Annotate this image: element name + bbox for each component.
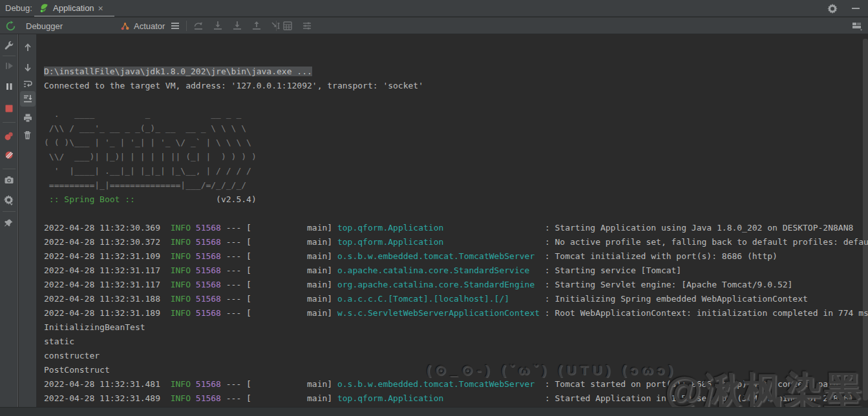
console-line: 2022-04-28 11:32:31.117 INFO 51568 --- [… — [44, 278, 868, 292]
console-line: D:\installFile\java\jdk1.8.0_202\jre\bin… — [44, 65, 868, 79]
console-line: =========|_|==============|___/=/_/_/_/ — [44, 178, 868, 192]
debug-actions-toolbar — [0, 34, 18, 407]
settings-sliders-icon[interactable] — [300, 19, 314, 33]
step-out-icon[interactable] — [249, 19, 264, 33]
console-line: ' |____| .__|_| |_|_| |_\__, | / / / / — [44, 164, 868, 178]
step-into-icon[interactable] — [211, 19, 225, 33]
vertical-scrollbar-thumb[interactable] — [863, 39, 868, 400]
force-step-into-icon[interactable] — [230, 19, 244, 33]
console-line: InitializingBeanTest — [44, 320, 868, 335]
debug-window-titlebar: Debug: Application × — [0, 0, 868, 17]
toolbar-separator — [186, 21, 187, 31]
settings-gear-icon[interactable] — [825, 1, 840, 16]
spring-boot-icon — [39, 3, 49, 14]
debugger-settings-gear-icon[interactable] — [0, 193, 17, 206]
console-line: PostConstruct — [44, 363, 868, 377]
console-line: /\\ / ___'_ __ _ _(_)_ __ __ _ \ \ \ \ — [44, 121, 868, 136]
scroll-to-end-icon[interactable] — [20, 91, 36, 107]
pause-program-icon[interactable] — [0, 80, 17, 93]
console-line: Connected to the target VM, address: '12… — [44, 79, 868, 93]
divider — [3, 169, 16, 169]
debug-toolbar: Debugger Console Actuator — [0, 17, 868, 34]
wrench-settings-icon[interactable] — [0, 39, 17, 52]
console-actions-toolbar — [19, 34, 37, 407]
actuator-icon — [120, 21, 130, 31]
up-stack-trace-icon[interactable] — [19, 41, 36, 54]
tab-actuator[interactable]: Actuator — [120, 17, 165, 34]
step-over-icon[interactable] — [191, 19, 206, 33]
console-line: 2022-04-28 11:32:31.489 INFO 51568 --- [… — [44, 391, 868, 406]
stop-icon[interactable] — [0, 102, 17, 115]
hide-window-icon[interactable] — [849, 1, 863, 16]
layout-settings-icon[interactable] — [850, 19, 864, 33]
console-line: 2022-04-28 11:32:30.369 INFO 51568 --- [… — [44, 221, 868, 235]
evaluate-expression-icon[interactable] — [281, 19, 295, 33]
console-line: 2022-04-28 11:32:31.189 INFO 51568 --- [… — [44, 306, 868, 320]
divider — [3, 211, 16, 212]
tab-application[interactable]: Application × — [34, 0, 114, 16]
debug-tool-window: { "titlebar": { "debug_label": "Debug:",… — [0, 0, 868, 416]
console-line: constructer — [44, 349, 868, 363]
console-line — [44, 207, 868, 221]
console-output[interactable]: D:\installFile\java\jdk1.8.0_202\jre\bin… — [37, 34, 868, 416]
print-icon[interactable] — [19, 112, 36, 125]
hamburger-menu-icon[interactable] — [168, 19, 182, 33]
console-line: \\/ ___)| |_)| | | | | || (_| | ) ) ) ) — [44, 150, 868, 164]
divider — [3, 122, 16, 123]
console-line: 2022-04-28 11:32:31.481 INFO 51568 --- [… — [44, 377, 868, 391]
clear-all-trash-icon[interactable] — [19, 129, 36, 141]
mute-breakpoints-icon[interactable] — [0, 149, 17, 161]
horizontal-scrollbar-track[interactable] — [0, 407, 868, 416]
thread-dump-camera-icon[interactable] — [0, 174, 17, 187]
console-lines: D:\installFile\java\jdk1.8.0_202\jre\bin… — [44, 65, 868, 416]
console-line: 2022-04-28 11:32:31.109 INFO 51568 --- [… — [44, 249, 868, 264]
console-line: 2022-04-28 11:32:31.117 INFO 51568 --- [… — [44, 264, 868, 278]
debug-label: Debug: — [5, 3, 32, 13]
active-tab-underline — [34, 16, 114, 17]
resume-program-icon[interactable] — [0, 59, 17, 72]
console-line: :: Spring Boot :: (v2.5.4) — [44, 192, 868, 207]
close-icon[interactable]: × — [98, 4, 103, 13]
down-stack-trace-icon[interactable] — [19, 61, 36, 74]
console-line: 2022-04-28 11:32:30.372 INFO 51568 --- [… — [44, 235, 868, 249]
soft-wrap-icon[interactable] — [19, 78, 36, 90]
console-line — [44, 93, 868, 107]
console-line: static — [44, 335, 868, 349]
pin-tab-icon[interactable] — [0, 216, 17, 229]
divider — [3, 56, 16, 56]
console-line: . ____ _ __ _ _ — [44, 107, 868, 121]
view-breakpoints-icon[interactable] — [0, 130, 17, 143]
console-line: 2022-04-28 11:32:31.188 INFO 51568 --- [… — [44, 292, 868, 306]
tab-application-label: Application — [53, 3, 94, 13]
rerun-icon[interactable] — [3, 19, 17, 33]
console-line: ( ( )\___ | '_ | '_| | '_ \/ _` | \ \ \ … — [44, 136, 868, 150]
toolbar-separator — [276, 21, 277, 31]
